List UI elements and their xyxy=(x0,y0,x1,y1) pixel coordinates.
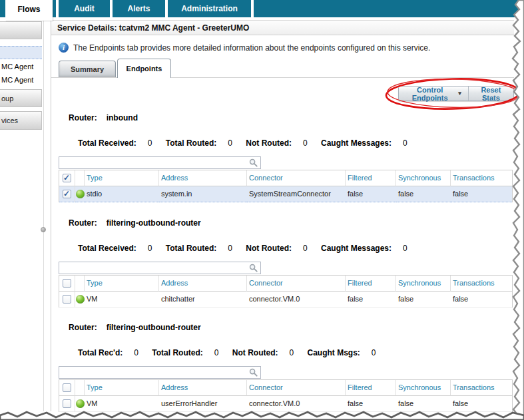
router-stats: Total Received:0 Total Routed:0 Not Rout… xyxy=(78,138,419,148)
main-panel: Service Details: tcatvm2 MMC Agent - Gre… xyxy=(51,17,514,413)
router-title: Router:filtering-outbound-router xyxy=(69,218,201,228)
column-header-connector[interactable]: Connector xyxy=(247,276,346,292)
column-header-filtered[interactable]: Filtered xyxy=(346,276,396,292)
sidebar-panel-truncated[interactable] xyxy=(0,21,42,39)
row-checkbox[interactable]: ✓ xyxy=(63,399,71,408)
column-header-address[interactable]: Address xyxy=(159,170,247,186)
cell-transactions[interactable]: false xyxy=(451,396,512,412)
column-header-transactions[interactable]: Transactions xyxy=(451,276,512,292)
search-icon[interactable] xyxy=(249,264,258,272)
cell-type[interactable]: stdio xyxy=(85,186,159,202)
column-header-address[interactable]: Address xyxy=(159,276,247,292)
nav-tab-administration[interactable]: Administration xyxy=(168,0,251,17)
nav-tab-flows[interactable]: Flows xyxy=(5,0,53,21)
cell-synchronous[interactable]: false xyxy=(396,396,451,412)
column-header-type[interactable]: Type xyxy=(85,276,159,292)
cell-type[interactable]: VM xyxy=(85,292,159,308)
sidebar-item-mmc-agent-1[interactable]: MC Agent xyxy=(0,61,42,72)
column-header-filtered[interactable]: Filtered xyxy=(346,170,396,186)
column-header-type[interactable]: Type xyxy=(85,380,159,396)
stat-label: Total Received: xyxy=(78,244,136,253)
nav-tab-alerts[interactable]: Alerts xyxy=(113,0,165,17)
nav-separator xyxy=(251,0,254,17)
tab-endpoints[interactable]: Endpoints xyxy=(117,59,171,78)
column-header-transactions[interactable]: Transactions xyxy=(451,380,512,396)
search-icon[interactable] xyxy=(249,158,258,167)
cell-connector[interactable]: connector.VM.0 xyxy=(247,292,346,308)
select-all-checkbox[interactable]: ✓ xyxy=(63,383,71,392)
column-header-status[interactable] xyxy=(75,170,85,186)
router-section-filtering-outbound-1: Router:filtering-outbound-router Total R… xyxy=(51,218,514,312)
tab-summary[interactable]: Summary xyxy=(59,61,116,77)
endpoint-toolbar: Control Endpoints ▾ Reset Stats xyxy=(398,86,514,101)
column-header-filtered[interactable]: Filtered xyxy=(346,380,396,396)
cell-filtered[interactable]: false xyxy=(346,186,396,202)
stat-label: Total Routed: xyxy=(152,348,202,357)
screenshot-root: Audit Alerts Administration Flows MC Age… xyxy=(0,0,524,420)
cell-address[interactable]: system.in xyxy=(159,186,247,202)
column-header-status[interactable] xyxy=(75,276,85,292)
endpoint-filter-input[interactable] xyxy=(59,367,249,377)
reset-stats-button[interactable]: Reset Stats xyxy=(469,87,513,101)
router-section-filtering-outbound-2: Router:filtering-outbound-router Total R… xyxy=(51,323,514,416)
column-header-connector[interactable]: Connector xyxy=(247,170,346,186)
endpoints-table: ✓ Type Address Connector Filtered Synchr… xyxy=(59,170,513,202)
cell-address[interactable]: chitchatter xyxy=(159,292,247,308)
router-title: Router:inbound xyxy=(69,113,138,122)
cell-type[interactable]: VM xyxy=(85,396,159,412)
endpoints-table: ✓ Type Address Connector Filtered Synchr… xyxy=(59,379,513,412)
status-green-icon xyxy=(76,399,85,408)
column-header-address[interactable]: Address xyxy=(159,380,247,396)
stat-value: 0 xyxy=(228,244,232,253)
sidebar-selected-item[interactable] xyxy=(0,46,42,59)
sidebar-panel-services[interactable]: vices xyxy=(0,111,42,130)
cell-connector[interactable]: connector.VM.0 xyxy=(247,396,346,412)
search-icon[interactable] xyxy=(249,368,258,377)
column-header-synchronous[interactable]: Synchronous xyxy=(396,380,451,396)
select-all-checkbox[interactable]: ✓ xyxy=(63,279,71,288)
check-icon: ✓ xyxy=(63,172,70,183)
stat-label: Caught Msgs: xyxy=(308,348,360,357)
splitter-handle[interactable] xyxy=(41,227,46,232)
stat-label: Total Routed: xyxy=(166,138,216,148)
router-stats: Total Received:0 Total Routed:0 Not Rout… xyxy=(78,244,419,253)
cell-transactions[interactable]: false xyxy=(451,186,512,202)
select-all-checkbox[interactable]: ✓ xyxy=(63,174,71,182)
control-endpoints-label: Control Endpoints xyxy=(405,86,454,102)
sidebar: MC Agent MC Agent oup vices xyxy=(0,17,42,413)
column-header-transactions[interactable]: Transactions xyxy=(451,170,512,186)
column-header-status[interactable] xyxy=(75,380,85,396)
cell-synchronous[interactable]: false xyxy=(396,292,451,308)
stat-value: 0 xyxy=(403,138,407,148)
router-section-inbound: Router:inbound Total Received:0 Total Ro… xyxy=(51,113,514,206)
cell-transactions[interactable]: false xyxy=(451,292,512,308)
endpoint-filter-input[interactable] xyxy=(59,158,249,168)
top-nav: Audit Alerts Administration xyxy=(0,0,524,17)
control-endpoints-button[interactable]: Control Endpoints ▾ xyxy=(399,87,469,101)
cell-filtered[interactable]: false xyxy=(346,292,396,308)
cell-synchronous[interactable]: false xyxy=(396,186,451,202)
status-green-icon xyxy=(76,295,85,304)
stat-value: 0 xyxy=(148,244,152,253)
endpoint-filter-input[interactable] xyxy=(59,263,249,273)
cell-address[interactable]: userErrorHandler xyxy=(159,396,247,412)
stat-label: Not Routed: xyxy=(232,348,278,357)
sidebar-divider xyxy=(43,17,44,411)
stat-label: Not Routed: xyxy=(246,244,292,253)
column-header-synchronous[interactable]: Synchronous xyxy=(396,170,451,186)
info-icon: i xyxy=(59,43,69,53)
sidebar-panel-group[interactable]: oup xyxy=(0,89,42,107)
cell-connector[interactable]: SystemStreamConnector xyxy=(247,186,346,202)
row-checkbox[interactable]: ✓ xyxy=(63,190,71,198)
status-green-icon xyxy=(76,190,85,198)
row-checkbox[interactable]: ✓ xyxy=(63,295,71,304)
cell-filtered[interactable]: false xyxy=(346,396,396,412)
column-header-type[interactable]: Type xyxy=(85,170,159,186)
page-title: Service Details: tcatvm2 MMC Agent - Gre… xyxy=(51,20,514,35)
column-header-synchronous[interactable]: Synchronous xyxy=(396,276,451,292)
stat-label: Caught Messages: xyxy=(321,138,392,148)
column-header-connector[interactable]: Connector xyxy=(247,380,346,396)
nav-tab-audit[interactable]: Audit xyxy=(59,0,110,17)
stat-value: 0 xyxy=(289,348,294,357)
sidebar-item-mmc-agent-2[interactable]: MC Agent xyxy=(0,75,42,85)
